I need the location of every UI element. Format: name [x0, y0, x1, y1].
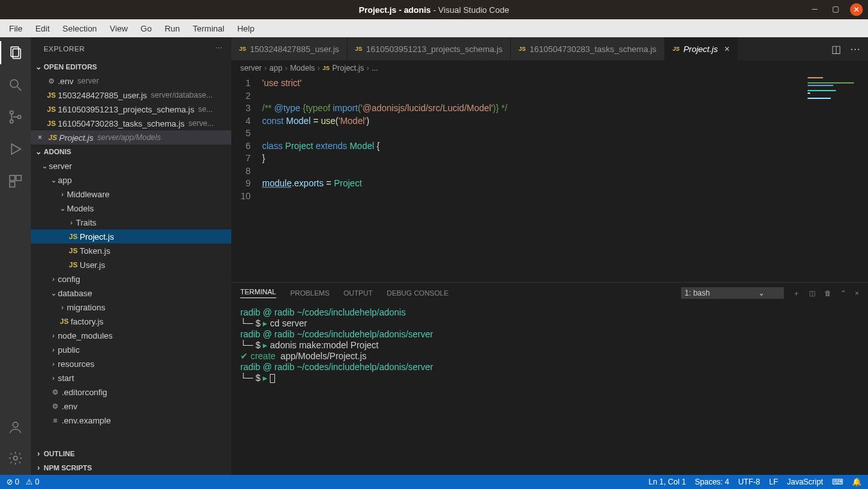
svg-rect-10 [10, 182, 15, 187]
split-terminal-icon[interactable]: ◫ [809, 289, 815, 298]
menu-edit[interactable]: Edit [30, 21, 55, 36]
folder-resources[interactable]: ›resources [31, 357, 231, 371]
feedback-icon[interactable]: ⌨ [832, 477, 843, 486]
panel-tab-output[interactable]: OUTPUT [344, 289, 373, 297]
folder-node-modules[interactable]: ›node_modules [31, 328, 231, 342]
folder-server[interactable]: ⌄server [31, 159, 231, 173]
more-icon[interactable]: ⋯ [215, 44, 223, 53]
svg-point-2 [10, 80, 18, 87]
eol[interactable]: LF [769, 477, 778, 486]
menu-selection[interactable]: Selection [57, 21, 102, 36]
terminal-output[interactable]: radib @ radib ~/codes/includehelp/adonis… [231, 303, 868, 475]
trash-icon[interactable]: 🗑 [824, 289, 831, 297]
chevron-down-icon: ⌄ [758, 289, 765, 298]
terminal-select[interactable]: 1: bash⌄ [681, 287, 784, 299]
panel-tab-terminal[interactable]: TERMINAL [240, 288, 276, 298]
minimize-button[interactable]: ─ [809, 3, 820, 15]
file-user-js[interactable]: JSUser.js [31, 258, 231, 272]
folder-models[interactable]: ⌄Models [31, 201, 231, 215]
svg-point-4 [10, 111, 13, 114]
menu-go[interactable]: Go [136, 21, 157, 36]
close-icon[interactable]: × [724, 44, 729, 54]
svg-point-12 [13, 456, 17, 460]
js-icon: JS [67, 247, 80, 254]
js-icon: JS [45, 105, 58, 113]
split-editor-icon[interactable]: ◫ [831, 43, 841, 55]
tab[interactable]: JS1610504730283_tasks_schema.js [511, 37, 664, 60]
tab-bar: JS1503248427885_user.js JS1610503951213_… [231, 37, 868, 60]
file-env[interactable]: ⚙.env [31, 399, 231, 413]
outline-header[interactable]: ›OUTLINE [31, 447, 231, 461]
title-bar: Project.js - adonis - Visual Studio Code… [0, 0, 868, 19]
folder-config[interactable]: ›config [31, 272, 231, 286]
tab-active[interactable]: JSProject.js× [665, 37, 738, 60]
menu-terminal[interactable]: Terminal [188, 21, 229, 36]
folder-app[interactable]: ⌄app [31, 173, 231, 187]
open-editor-item[interactable]: JS 1503248427885_user.jsserver/database.… [31, 88, 231, 102]
run-debug-icon[interactable] [6, 140, 24, 158]
svg-point-6 [18, 116, 21, 119]
file-factory-js[interactable]: JSfactory.js [31, 314, 231, 328]
panel-tab-debug[interactable]: DEBUG CONSOLE [387, 289, 448, 297]
open-editors-header[interactable]: ⌄OPEN EDITORS [31, 60, 231, 74]
errors-count[interactable]: ⊘ 0 [6, 477, 19, 486]
npm-scripts-header[interactable]: ›NPM SCRIPTS [31, 461, 231, 475]
search-icon[interactable] [6, 76, 24, 94]
language-mode[interactable]: JavaScript [787, 477, 823, 486]
file-editorconfig[interactable]: ⚙.editorconfig [31, 385, 231, 399]
js-icon: JS [45, 91, 58, 99]
menu-run[interactable]: Run [159, 21, 185, 36]
settings-icon[interactable] [6, 449, 24, 467]
svg-rect-8 [10, 175, 15, 181]
code-content[interactable]: 'use strict' /** @type {typeof import('@… [262, 76, 868, 282]
panel-tabs: TERMINAL PROBLEMS OUTPUT DEBUG CONSOLE 1… [231, 283, 868, 303]
file-project-js[interactable]: JSProject.js [31, 229, 231, 244]
js-icon: JS [58, 317, 71, 325]
new-terminal-icon[interactable]: ＋ [793, 289, 800, 298]
folder-traits[interactable]: ›Traits [31, 215, 231, 229]
extensions-icon[interactable] [6, 172, 24, 190]
account-icon[interactable] [6, 418, 24, 436]
folder-middleware[interactable]: ›Middleware [31, 187, 231, 201]
close-panel-icon[interactable]: × [855, 289, 859, 297]
js-icon: JS [355, 46, 362, 52]
menu-help[interactable]: Help [232, 21, 260, 36]
chevron-up-icon[interactable]: ⌃ [840, 289, 846, 298]
open-editor-item[interactable]: JS 1610504730283_tasks_schema.jsserve... [31, 116, 231, 130]
maximize-button[interactable]: ▢ [829, 3, 841, 15]
project-header[interactable]: ⌄ADONIS [31, 145, 231, 159]
file-token-js[interactable]: JSToken.js [31, 244, 231, 258]
folder-database[interactable]: ⌄database [31, 286, 231, 300]
folder-start[interactable]: ›start [31, 371, 231, 385]
close-icon[interactable]: × [33, 133, 46, 142]
bell-icon[interactable]: 🔔 [852, 477, 862, 486]
more-icon[interactable]: ⋯ [850, 43, 860, 55]
minimap[interactable] [808, 77, 859, 103]
svg-marker-7 [12, 144, 21, 154]
tab[interactable]: JS1503248427885_user.js [231, 37, 348, 60]
cursor-position[interactable]: Ln 1, Col 1 [649, 477, 686, 486]
activity-bar [0, 37, 31, 475]
menu-file[interactable]: File [4, 21, 28, 36]
panel-tab-problems[interactable]: PROBLEMS [290, 289, 330, 297]
menu-view[interactable]: View [105, 21, 133, 36]
indentation[interactable]: Spaces: 4 [695, 477, 729, 486]
sidebar-title: EXPLORER ⋯ [31, 37, 231, 60]
open-editor-item[interactable]: JS 1610503951213_projects_schema.jsse... [31, 102, 231, 116]
code-editor[interactable]: 12345678910 'use strict' /** @type {type… [231, 76, 868, 282]
folder-migrations[interactable]: ›migrations [31, 300, 231, 314]
source-control-icon[interactable] [6, 108, 24, 126]
close-button[interactable]: ✕ [850, 3, 863, 16]
breadcrumb[interactable]: server› app› Models› JSProject.js› ... [231, 60, 868, 76]
folder-public[interactable]: ›public [31, 342, 231, 357]
explorer-icon[interactable] [6, 44, 24, 62]
js-icon: JS [518, 46, 526, 52]
encoding[interactable]: UTF-8 [738, 477, 760, 486]
svg-point-5 [10, 120, 13, 123]
open-editor-item-active[interactable]: × JS Project.jsserver/app/Models [31, 130, 231, 145]
file-env-example[interactable]: ≡.env.example [31, 413, 231, 427]
warnings-count[interactable]: ⚠ 0 [26, 477, 39, 486]
open-editor-item[interactable]: ⚙ .envserver [31, 74, 231, 88]
tab[interactable]: JS1610503951213_projects_schema.js [348, 37, 511, 60]
js-icon: JS [323, 65, 330, 71]
